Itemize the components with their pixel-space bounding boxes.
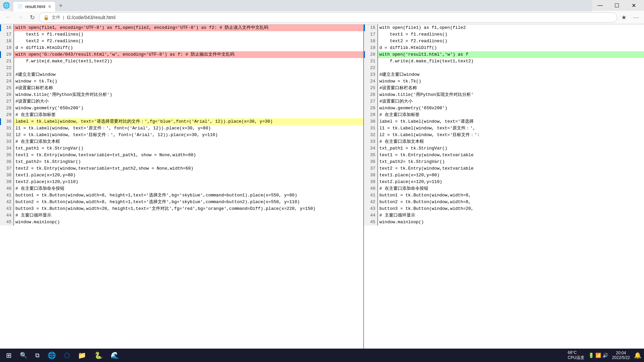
line-number: 21 bbox=[0, 58, 14, 65]
line-content: f.write(d.make_file(text1,text2) bbox=[378, 58, 644, 65]
table-row: 39text2.place(x=120,y=110) bbox=[0, 179, 363, 185]
address-bar[interactable]: 🔒 文件 | G:/code/043/result.html bbox=[39, 12, 617, 22]
table-row: 34txt_path1 = tk.StringVar() bbox=[364, 145, 644, 152]
line-content: window.title('用Python实现文件对比分析' bbox=[378, 92, 644, 98]
table-row: 27#设置窗口的大小 bbox=[0, 98, 363, 105]
line-number: 25 bbox=[364, 85, 378, 92]
tab-close-button[interactable]: ✕ bbox=[48, 4, 51, 9]
table-row: 30label = tk.Label(window, text='请选择 bbox=[364, 118, 644, 125]
line-content: window.geometry('650x200') bbox=[14, 105, 363, 112]
left-code-area: 16with open(file1, encoding='UTF-8') as … bbox=[0, 24, 363, 350]
line-content: #设置窗口标栏名称 bbox=[14, 85, 363, 92]
line-content: l2 = tk.Label(window, text='目标文件：': bbox=[378, 132, 644, 138]
table-row: 30label = tk.Label(window, text='请选择需要对比… bbox=[0, 118, 363, 125]
table-row: 29# 在主窗口添加标签 bbox=[0, 112, 363, 118]
line-number: 38 bbox=[364, 172, 378, 179]
table-row: 38text1.place(x=120,y=80) bbox=[364, 172, 644, 179]
line-number: 43 bbox=[0, 205, 14, 212]
line-content: l2 = tk.Label(window, text='目标文件：', font… bbox=[14, 132, 363, 138]
line-content: text1.place(x=120,y=80) bbox=[378, 172, 644, 179]
taskview-button[interactable]: ⧉ bbox=[32, 349, 43, 361]
line-number: 40 bbox=[0, 185, 14, 192]
line-content: #设置窗口的大小 bbox=[378, 98, 644, 105]
table-row: 18 text2 = f2.readlines() bbox=[0, 38, 363, 45]
search-button[interactable]: 🔍 bbox=[16, 349, 31, 361]
line-content: label = tk.Label(window, text='请选择需要对比的文… bbox=[14, 118, 363, 125]
table-row: 40# 在主窗口添加命令按钮 bbox=[0, 185, 363, 192]
line-number: 22 bbox=[364, 65, 378, 71]
address-path: G:/code/043/result.html bbox=[67, 15, 115, 20]
table-row: 16with open(file1, encoding='UTF-8') as … bbox=[0, 24, 363, 31]
date-display: 2022/5/22 bbox=[612, 355, 630, 360]
vscode-taskbar-icon[interactable]: ⬡ bbox=[61, 349, 73, 361]
notification-icon[interactable]: 🔔 bbox=[634, 352, 641, 359]
start-button[interactable]: ⊞ bbox=[3, 349, 15, 361]
line-content: button2 = tk.Button(window,width=8, heig… bbox=[14, 199, 363, 205]
line-content: text2.place(x=120,y=110) bbox=[14, 179, 363, 185]
close-button[interactable]: ✕ bbox=[626, 0, 641, 11]
favorites-button[interactable]: ★ bbox=[619, 12, 629, 23]
line-number: 26 bbox=[0, 92, 14, 98]
table-row: 40# 在主窗口添加命令按钮 bbox=[364, 185, 644, 192]
table-row: 32l2 = tk.Label(window, text='目标文件：', fo… bbox=[0, 132, 363, 138]
tab-title: result.html bbox=[25, 4, 45, 9]
clock: 20:04 2022/5/22 bbox=[612, 351, 630, 360]
line-number: 24 bbox=[0, 78, 14, 85]
table-row: 44# 主窗口循环显示 bbox=[364, 212, 644, 219]
line-content: text2 = tk.Entry(window,textvariable bbox=[378, 165, 644, 172]
ie-taskbar-icon[interactable]: 🌊 bbox=[107, 349, 122, 361]
line-number: 37 bbox=[0, 165, 14, 172]
line-content: txt_path2= tk.StringVar() bbox=[14, 159, 363, 165]
table-row: 27#设置窗口的大小 bbox=[364, 98, 644, 105]
line-number: 32 bbox=[364, 132, 378, 138]
table-row: 21 f.write(d.make_file(text1,text2) bbox=[364, 58, 644, 65]
table-row: 17 text1 = f1.readlines() bbox=[0, 31, 363, 38]
line-number: 38 bbox=[0, 172, 14, 179]
table-row: 28window.geometry('650x200') bbox=[364, 105, 644, 112]
line-number: 24 bbox=[364, 78, 378, 85]
line-content: # 主窗口循环显示 bbox=[14, 212, 363, 219]
minimize-button[interactable]: — bbox=[592, 0, 608, 11]
table-row: 19d = difflib.HtmlDiff() bbox=[364, 45, 644, 51]
line-number: 42 bbox=[364, 199, 378, 205]
new-tab-button[interactable]: + bbox=[56, 0, 66, 11]
table-row: 23#建立主窗口window bbox=[364, 71, 644, 78]
line-content: window.title('用Python实现文件对比分析') bbox=[14, 92, 363, 98]
line-number: 44 bbox=[0, 212, 14, 219]
table-row: 34txt_path1 = tk.StringVar() bbox=[0, 145, 363, 152]
line-number: 34 bbox=[364, 145, 378, 152]
line-number: 30 bbox=[364, 118, 378, 125]
edge-taskbar-icon[interactable]: 🌐 bbox=[44, 349, 59, 361]
right-code-area: 16with open(file1) as f1,open(file217 te… bbox=[364, 24, 644, 350]
table-row: 38text1.place(x=120,y=80) bbox=[0, 172, 363, 179]
table-row: 18 text2 = f2.readlines() bbox=[364, 38, 644, 45]
table-row: 33# 在主窗口添加文本框 bbox=[0, 138, 363, 145]
table-row: 31l1 = tk.Label(window, text='原文件：', fon… bbox=[0, 125, 363, 132]
maximize-button[interactable]: ☐ bbox=[609, 0, 625, 11]
line-content: button3 = tk.Button(window,width=20, hei… bbox=[14, 205, 363, 212]
line-number: 31 bbox=[364, 125, 378, 132]
table-row: 28window.geometry('650x200') bbox=[0, 105, 363, 112]
table-row: 22 bbox=[364, 65, 644, 71]
table-row: 26window.title('用Python实现文件对比分析') bbox=[0, 92, 363, 98]
line-content: label = tk.Label(window, text='请选择 bbox=[378, 118, 644, 125]
settings-button[interactable]: ⋯ bbox=[631, 12, 641, 23]
reload-button[interactable]: ↻ bbox=[27, 12, 38, 23]
line-content: text2.place(x=120,y=110) bbox=[378, 179, 644, 185]
active-tab[interactable]: 📄 result.html ✕ bbox=[13, 1, 56, 11]
forward-button[interactable]: → bbox=[15, 12, 25, 23]
table-row: 37text2 = tk.Entry(window,textvariable bbox=[364, 165, 644, 172]
line-content: l1 = tk.Label(window, text='原文件：', bbox=[378, 125, 644, 132]
line-content: txt_path1 = tk.StringVar() bbox=[378, 145, 644, 152]
python-taskbar-icon[interactable]: 🐍 bbox=[91, 349, 106, 361]
line-content: # 在主窗口添加文本框 bbox=[14, 138, 363, 145]
explorer-taskbar-icon[interactable]: 📁 bbox=[74, 349, 90, 361]
line-content: # 在主窗口添加标签 bbox=[378, 112, 644, 118]
line-content: text2 = f2.readlines() bbox=[378, 38, 644, 45]
table-row: 25#设置窗口标栏名称 bbox=[364, 85, 644, 92]
tab-favicon: 📄 bbox=[17, 4, 22, 9]
line-content: text2 = tk.Entry(window,textvariable=txt… bbox=[14, 165, 363, 172]
line-number: 18 bbox=[364, 38, 378, 45]
table-row: 25#设置窗口标栏名称 bbox=[0, 85, 363, 92]
back-button[interactable]: ← bbox=[3, 12, 13, 23]
